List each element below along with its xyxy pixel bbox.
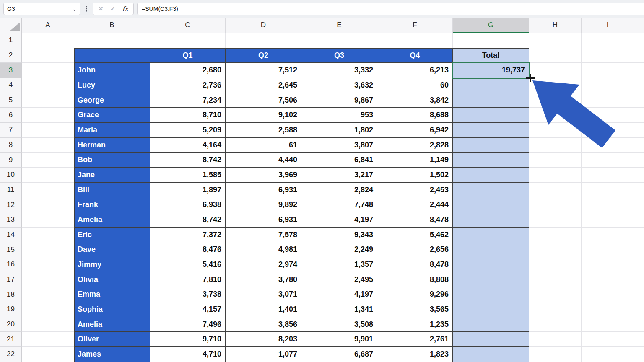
cell-B19[interactable]: Sophia <box>74 302 150 317</box>
cell-A15[interactable] <box>22 242 74 257</box>
col-header-A[interactable]: A <box>22 18 74 33</box>
cell-F12[interactable]: 2,444 <box>377 197 453 212</box>
cell-H13[interactable] <box>529 212 582 228</box>
cell-C9[interactable]: 8,742 <box>150 153 226 168</box>
cell-E7[interactable]: 1,802 <box>301 123 377 138</box>
cell-partial-18[interactable] <box>634 287 644 302</box>
col-header-H[interactable]: H <box>529 18 582 33</box>
cell-C18[interactable]: 3,738 <box>150 287 226 302</box>
cell-F15[interactable]: 2,656 <box>377 242 453 257</box>
cell-D7[interactable]: 2,588 <box>226 123 301 138</box>
cell-B6[interactable]: Grace <box>74 108 150 123</box>
cell-F17[interactable]: 8,808 <box>377 272 453 287</box>
enter-icon[interactable]: ✓ <box>110 5 116 13</box>
cell-partial-14[interactable] <box>634 228 644 243</box>
cell-partial-21[interactable] <box>634 332 644 347</box>
col-header-I[interactable]: I <box>582 18 634 33</box>
cell-I20[interactable] <box>582 317 634 332</box>
cell-A9[interactable] <box>22 153 74 168</box>
row-header-19[interactable]: 19 <box>0 302 22 317</box>
cell-partial-5[interactable] <box>634 93 644 108</box>
cell-G4[interactable] <box>453 78 529 93</box>
cell-G18[interactable] <box>453 287 529 302</box>
cell-G16[interactable] <box>453 257 529 272</box>
cell-E12[interactable]: 7,748 <box>301 197 377 212</box>
row-header-11[interactable]: 11 <box>0 183 22 198</box>
cell-B16[interactable]: Jimmy <box>74 257 150 272</box>
cell-partial-17[interactable] <box>634 272 644 287</box>
cell-B9[interactable]: Bob <box>74 153 150 168</box>
cell-H22[interactable] <box>529 347 582 362</box>
cell-G10[interactable] <box>453 168 529 183</box>
cell-B22[interactable]: James <box>74 347 150 362</box>
cell-F16[interactable]: 8,478 <box>377 257 453 272</box>
col-header-E[interactable]: E <box>301 18 377 33</box>
select-all-button[interactable] <box>0 18 22 33</box>
cell-D13[interactable]: 6,931 <box>226 212 301 228</box>
cell-B4[interactable]: Lucy <box>74 78 150 93</box>
cell-D19[interactable]: 1,401 <box>226 302 301 317</box>
cell-G20[interactable] <box>453 317 529 332</box>
cell-E6[interactable]: 953 <box>301 108 377 123</box>
cell-partial-20[interactable] <box>634 317 644 332</box>
cell-H16[interactable] <box>529 257 582 272</box>
cell-A5[interactable] <box>22 93 74 108</box>
cell-F2[interactable]: Q4 <box>377 48 453 63</box>
cell-E13[interactable]: 4,197 <box>301 212 377 228</box>
cell-partial-2[interactable] <box>634 48 644 63</box>
cell-D11[interactable]: 6,931 <box>226 183 301 198</box>
cell-D2[interactable]: Q2 <box>226 48 301 63</box>
cell-F6[interactable]: 8,688 <box>377 108 453 123</box>
cell-G5[interactable] <box>453 93 529 108</box>
row-header-2[interactable]: 2 <box>0 48 22 63</box>
cell-D21[interactable]: 8,203 <box>226 332 301 347</box>
cell-E21[interactable]: 9,901 <box>301 332 377 347</box>
cell-D15[interactable]: 4,981 <box>226 242 301 257</box>
cell-F20[interactable]: 1,235 <box>377 317 453 332</box>
cell-B15[interactable]: Dave <box>74 242 150 257</box>
cell-B12[interactable]: Frank <box>74 197 150 212</box>
cell-A13[interactable] <box>22 212 74 228</box>
col-header-D[interactable]: D <box>226 18 301 33</box>
cell-D16[interactable]: 2,974 <box>226 257 301 272</box>
cell-A8[interactable] <box>22 138 74 153</box>
cell-D4[interactable]: 2,645 <box>226 78 301 93</box>
cell-E18[interactable]: 4,197 <box>301 287 377 302</box>
cell-D10[interactable]: 3,969 <box>226 168 301 183</box>
name-box[interactable]: G3 ⌄ <box>3 3 80 15</box>
row-header-10[interactable]: 10 <box>0 168 22 183</box>
cell-C15[interactable]: 8,476 <box>150 242 226 257</box>
col-header-partial[interactable] <box>634 18 644 33</box>
cell-partial-19[interactable] <box>634 302 644 317</box>
cell-C1[interactable] <box>150 33 226 48</box>
chevron-down-icon[interactable]: ⌄ <box>72 6 77 12</box>
cell-C4[interactable]: 2,736 <box>150 78 226 93</box>
cell-G2[interactable]: Total <box>453 48 529 63</box>
cell-B2[interactable] <box>74 48 150 63</box>
cell-F14[interactable]: 5,462 <box>377 228 453 243</box>
cell-I10[interactable] <box>582 168 634 183</box>
cell-B21[interactable]: Oliver <box>74 332 150 347</box>
cell-F7[interactable]: 6,942 <box>377 123 453 138</box>
cell-partial-4[interactable] <box>634 78 644 93</box>
cell-E15[interactable]: 2,249 <box>301 242 377 257</box>
row-header-9[interactable]: 9 <box>0 153 22 168</box>
cell-A19[interactable] <box>22 302 74 317</box>
cell-E17[interactable]: 2,495 <box>301 272 377 287</box>
row-header-1[interactable]: 1 <box>0 33 22 48</box>
row-header-12[interactable]: 12 <box>0 197 22 212</box>
cell-partial-12[interactable] <box>634 197 644 212</box>
cell-D20[interactable]: 3,856 <box>226 317 301 332</box>
cell-C8[interactable]: 4,164 <box>150 138 226 153</box>
col-header-B[interactable]: B <box>74 18 150 33</box>
cell-E1[interactable] <box>301 33 377 48</box>
cell-F22[interactable]: 1,823 <box>377 347 453 362</box>
cell-I18[interactable] <box>582 287 634 302</box>
row-header-8[interactable]: 8 <box>0 138 22 153</box>
cell-G17[interactable] <box>453 272 529 287</box>
cell-A10[interactable] <box>22 168 74 183</box>
insert-function-icon[interactable]: fx <box>122 5 128 13</box>
cell-E2[interactable]: Q3 <box>301 48 377 63</box>
cell-I1[interactable] <box>582 33 634 48</box>
cell-B10[interactable]: Jane <box>74 168 150 183</box>
